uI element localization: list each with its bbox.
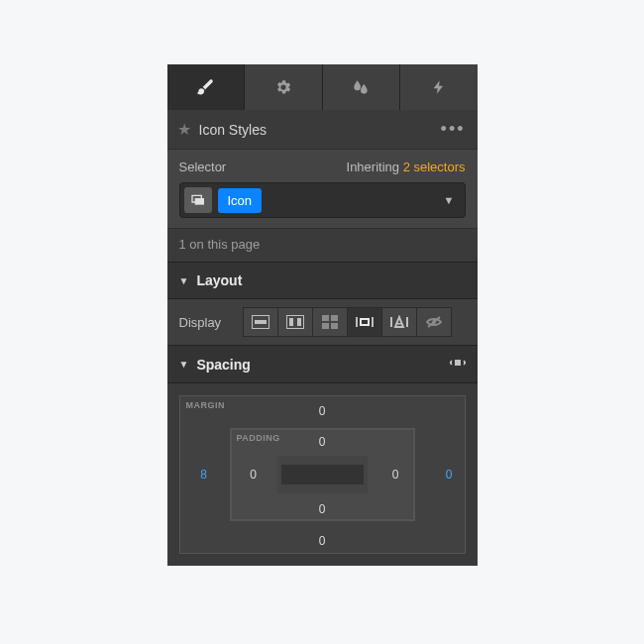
display-block[interactable] bbox=[243, 307, 278, 337]
section-spacing[interactable]: ▼ Spacing bbox=[167, 345, 478, 383]
gear-icon bbox=[274, 78, 292, 96]
margin-box: MARGIN 0 0 8 0 PADDING 0 0 0 0 bbox=[179, 395, 466, 554]
display-flex-icon bbox=[286, 315, 304, 329]
padding-top[interactable]: 0 bbox=[319, 435, 326, 449]
panel-tabs bbox=[167, 64, 478, 110]
svg-rect-3 bbox=[286, 315, 304, 329]
expand-icon bbox=[450, 356, 466, 370]
margin-label: MARGIN bbox=[186, 400, 226, 410]
bolt-icon bbox=[431, 78, 447, 96]
svg-rect-18 bbox=[455, 360, 461, 366]
padding-label: PADDING bbox=[237, 433, 280, 443]
selector-label: Selector bbox=[179, 160, 227, 174]
more-menu[interactable]: ••• bbox=[441, 119, 466, 140]
chevron-down-icon[interactable]: ▼ bbox=[444, 194, 455, 206]
droplets-icon bbox=[351, 77, 371, 97]
svg-rect-11 bbox=[372, 317, 374, 327]
padding-left[interactable]: 0 bbox=[250, 468, 257, 482]
margin-left[interactable]: 8 bbox=[200, 468, 207, 482]
spacing-expand-button[interactable] bbox=[450, 356, 466, 373]
class-tag[interactable]: Icon bbox=[218, 188, 263, 213]
display-flex[interactable] bbox=[277, 307, 313, 337]
spacing-editor: MARGIN 0 0 8 0 PADDING 0 0 0 0 bbox=[167, 383, 478, 566]
margin-top[interactable]: 0 bbox=[319, 404, 326, 418]
display-grid[interactable] bbox=[312, 307, 348, 337]
display-block-icon bbox=[252, 315, 269, 329]
svg-rect-0 bbox=[194, 198, 203, 205]
svg-rect-2 bbox=[255, 320, 267, 324]
svg-rect-8 bbox=[322, 323, 329, 329]
section-layout[interactable]: ▼ Layout bbox=[167, 262, 478, 299]
svg-rect-9 bbox=[331, 323, 338, 329]
display-grid-icon bbox=[322, 315, 338, 329]
padding-box: PADDING 0 0 0 0 bbox=[230, 428, 415, 521]
svg-rect-10 bbox=[356, 317, 358, 327]
display-inline[interactable] bbox=[381, 307, 417, 337]
class-header: ★ Icon Styles ••• bbox=[167, 110, 478, 149]
caret-down-icon: ▼ bbox=[179, 359, 189, 370]
inheriting-info[interactable]: Inheriting 2 selectors bbox=[347, 160, 466, 174]
caret-down-icon: ▼ bbox=[179, 275, 189, 286]
margin-bottom[interactable]: 0 bbox=[319, 534, 326, 548]
svg-rect-7 bbox=[331, 315, 338, 321]
inheriting-count: 2 selectors bbox=[403, 160, 466, 174]
svg-rect-4 bbox=[289, 318, 293, 326]
selector-input[interactable]: Icon ▼ bbox=[179, 182, 466, 218]
tab-settings[interactable] bbox=[245, 64, 323, 110]
svg-rect-13 bbox=[390, 317, 392, 327]
styles-panel: ★ Icon Styles ••• Selector Inheriting 2 … bbox=[167, 64, 478, 566]
content-box bbox=[281, 465, 364, 484]
svg-rect-15 bbox=[397, 323, 401, 325]
svg-rect-5 bbox=[297, 318, 301, 326]
display-label: Display bbox=[179, 315, 243, 330]
tab-style[interactable] bbox=[167, 64, 246, 110]
padding-bottom[interactable]: 0 bbox=[319, 502, 326, 516]
tab-interactions[interactable] bbox=[323, 64, 401, 110]
state-selector-button[interactable] bbox=[184, 187, 212, 213]
display-none[interactable] bbox=[416, 307, 452, 337]
states-icon bbox=[190, 193, 206, 207]
display-inline-icon bbox=[390, 315, 408, 329]
tab-effects[interactable] bbox=[400, 64, 478, 110]
margin-right[interactable]: 0 bbox=[446, 468, 453, 482]
brush-icon bbox=[195, 77, 215, 97]
svg-rect-12 bbox=[361, 319, 369, 325]
display-inline-block[interactable] bbox=[347, 307, 382, 337]
selector-block: Selector Inheriting 2 selectors Icon ▼ bbox=[167, 149, 478, 229]
display-row: Display bbox=[167, 299, 478, 345]
display-none-icon bbox=[425, 315, 443, 329]
svg-rect-14 bbox=[406, 317, 408, 327]
svg-rect-6 bbox=[322, 315, 329, 321]
class-title: Icon Styles bbox=[199, 122, 441, 138]
display-inline-block-icon bbox=[356, 315, 374, 329]
selector-count: 1 on this page bbox=[167, 229, 478, 262]
padding-right[interactable]: 0 bbox=[392, 468, 399, 482]
star-icon: ★ bbox=[177, 120, 191, 139]
